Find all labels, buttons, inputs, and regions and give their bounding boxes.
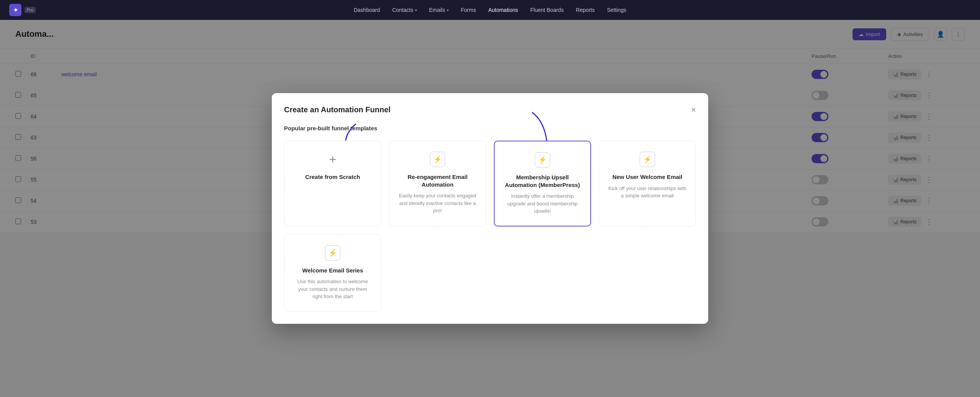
- bolt-icon: ⚡: [430, 152, 445, 167]
- template-title: New User Welcome Email: [608, 173, 686, 181]
- template-title: Re-engagement Email Automation: [399, 173, 477, 188]
- bolt-icon: ⚡: [535, 152, 550, 167]
- template-card-reengagement[interactable]: ⚡ Re-engagement Email Automation Easily …: [389, 141, 486, 226]
- nav-contacts[interactable]: Contacts ▾: [392, 7, 416, 13]
- logo-icon: ✦: [9, 4, 21, 16]
- pro-badge: Pro: [24, 7, 36, 13]
- empty-slot-1: [389, 234, 486, 312]
- template-desc: Kick off your user relationships with a …: [608, 185, 686, 200]
- nav-links: Dashboard Contacts ▾ Emails ▾ Forms Auto…: [354, 7, 626, 13]
- template-card-welcome-series[interactable]: ⚡ Welcome Email Series Use this automati…: [284, 234, 381, 312]
- empty-slot-3: [599, 234, 696, 312]
- page-body: Automa... ☁ Import ◈ Activities 👤 ⋮ ID P…: [0, 20, 980, 397]
- templates-grid-row2: ⚡ Welcome Email Series Use this automati…: [284, 234, 696, 312]
- template-title: Welcome Email Series: [294, 267, 372, 274]
- nav-reports[interactable]: Reports: [576, 7, 595, 13]
- nav-fluent-boards[interactable]: Fluent Boards: [530, 7, 564, 13]
- nav-settings[interactable]: Settings: [607, 7, 626, 13]
- modal-title: Create an Automation Funnel: [284, 105, 390, 114]
- nav-emails[interactable]: Emails ▾: [429, 7, 449, 13]
- bolt-icon: ⚡: [325, 245, 340, 261]
- modal-overlay[interactable]: Create an Automation Funnel × Popular pr…: [0, 20, 980, 397]
- empty-slot-2: [494, 234, 591, 312]
- modal-header: Create an Automation Funnel ×: [284, 105, 696, 114]
- templates-grid-row1: + Create from Scratch ⚡ Re-engagement Em…: [284, 141, 696, 226]
- nav-dashboard[interactable]: Dashboard: [354, 7, 380, 13]
- logo[interactable]: ✦ Pro: [9, 4, 36, 16]
- template-desc: Easily keep your contacts engaged and id…: [399, 192, 477, 215]
- create-automation-modal: Create an Automation Funnel × Popular pr…: [272, 93, 708, 324]
- chevron-down-icon: ▾: [447, 8, 449, 12]
- top-navigation: ✦ Pro Dashboard Contacts ▾ Emails ▾ Form…: [0, 0, 980, 20]
- chevron-down-icon: ▾: [415, 8, 417, 12]
- nav-forms[interactable]: Forms: [461, 7, 476, 13]
- template-card-membership[interactable]: ⚡ Membership Upsell Automation (MemberPr…: [494, 141, 591, 226]
- modal-subtitle: Popular pre-built funnel templates: [284, 125, 696, 131]
- template-desc: Instantly offer a membership upgrade and…: [504, 192, 581, 215]
- nav-automations[interactable]: Automations: [488, 7, 518, 13]
- template-card-new-user-welcome[interactable]: ⚡ New User Welcome Email Kick off your u…: [599, 141, 696, 226]
- bolt-icon: ⚡: [640, 152, 655, 167]
- template-desc: Use this automation to welcome your cont…: [294, 278, 372, 300]
- plus-icon: +: [325, 152, 340, 167]
- template-card-scratch[interactable]: + Create from Scratch: [284, 141, 381, 226]
- template-title: Membership Upsell Automation (MemberPres…: [504, 174, 581, 189]
- template-title: Create from Scratch: [294, 173, 372, 181]
- modal-close-button[interactable]: ×: [691, 106, 696, 114]
